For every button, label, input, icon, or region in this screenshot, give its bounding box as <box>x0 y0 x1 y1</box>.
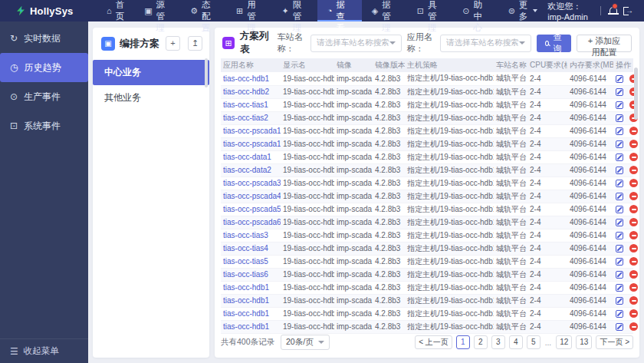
app-name-link[interactable]: tias-occ-pscada4 <box>221 190 281 203</box>
sidebar-item-realtime[interactable]: ↻实时数据 <box>0 24 88 53</box>
edit-icon[interactable] <box>616 232 623 239</box>
delete-icon[interactable] <box>629 309 638 318</box>
nav-item-help[interactable]: ⊙帮助中心 <box>452 0 498 21</box>
app-name-link[interactable]: tias-occ-hdb1 <box>221 72 281 85</box>
edit-icon[interactable] <box>616 153 623 161</box>
nav-item-label: 数据查看 <box>336 0 351 34</box>
nav-item-datamanage[interactable]: ◈数据管理 <box>362 0 407 21</box>
edit-icon[interactable] <box>616 75 623 83</box>
edit-icon[interactable] <box>616 167 623 174</box>
edit-icon[interactable] <box>616 323 623 331</box>
search-button[interactable]: 查询 <box>537 35 571 52</box>
plan-item[interactable]: 其他业务 <box>93 85 209 111</box>
edit-icon[interactable] <box>616 297 623 305</box>
app-select[interactable]: 请选择车站名称搜索 <box>440 35 531 52</box>
edit-icon[interactable] <box>616 245 623 252</box>
next-page-button[interactable]: 下一页 > <box>596 335 633 349</box>
app-name-link[interactable]: tias-occ-tias3 <box>221 229 281 242</box>
app-name-link[interactable]: tias-occ-tias2 <box>221 111 281 124</box>
page-button-13[interactable]: 13 <box>576 335 592 349</box>
table-cell: 城轨平台 <box>494 72 527 85</box>
app-name-link[interactable]: tias-occ-hdb1 <box>221 320 281 333</box>
delete-icon[interactable] <box>629 179 638 187</box>
app-name-link[interactable]: tias-occ-pscada5 <box>221 203 281 216</box>
station-select[interactable]: 请选择车站名称搜索 <box>310 35 402 52</box>
nav-item-permission[interactable]: ✦权限管理 <box>271 0 317 21</box>
delete-icon[interactable] <box>629 140 638 148</box>
notification-bell-icon[interactable] <box>609 6 615 16</box>
delete-icon[interactable] <box>629 205 638 213</box>
top-navbar: HollySys ⌂首页▣资源管理⚙组态配置⊞应用管理✦权限管理◔数据查看◈数据… <box>0 0 644 21</box>
app-name-link[interactable]: tias-occ-hdb1 <box>221 281 281 294</box>
import-plan-button[interactable]: ↥ <box>188 36 202 51</box>
app-name-link[interactable]: tias-occ-data2 <box>221 163 281 177</box>
logout-icon[interactable]: → <box>623 7 633 15</box>
delete-icon[interactable] <box>629 153 638 161</box>
app-name-link[interactable]: tias-occ-hdb2 <box>221 85 281 98</box>
app-name-link[interactable]: tias-occ-pscada1 <box>221 124 281 137</box>
nav-item-app[interactable]: ⊞应用管理 <box>226 0 271 21</box>
edit-icon[interactable] <box>616 101 623 109</box>
page-button-12[interactable]: 12 <box>556 335 572 349</box>
delete-icon[interactable] <box>629 192 638 200</box>
app-name-link[interactable]: tias-occ-tias1 <box>221 98 281 111</box>
delete-icon[interactable] <box>629 244 638 252</box>
sidebar-item-system[interactable]: ⊡系统事件 <box>0 111 88 140</box>
delete-icon[interactable] <box>629 166 638 174</box>
page-size-select[interactable]: 20条/页 <box>281 335 330 350</box>
collapse-menu-button[interactable]: ☰ 收起菜单 <box>0 338 88 363</box>
delete-icon[interactable] <box>629 322 638 331</box>
edit-icon[interactable] <box>616 206 623 213</box>
delete-icon[interactable] <box>629 218 638 226</box>
nav-item-dataview[interactable]: ◔数据查看 <box>317 0 362 21</box>
sidebar-item-production[interactable]: ⊙生产事件 <box>0 82 88 111</box>
edit-icon[interactable] <box>616 284 623 292</box>
delete-icon[interactable] <box>629 127 638 135</box>
nav-item-more[interactable]: ⊜更多 <box>498 0 548 21</box>
edit-icon[interactable] <box>616 127 623 135</box>
sidebar-item-history[interactable]: ◷历史趋势 <box>0 53 88 82</box>
delete-icon[interactable] <box>629 283 638 292</box>
app-name-link[interactable]: tias-occ-pscada6 <box>221 216 281 229</box>
app-name-link[interactable]: tias-occ-tias4 <box>221 242 281 255</box>
nav-item-resource[interactable]: ▣资源管理 <box>134 0 180 21</box>
edit-icon[interactable] <box>616 140 623 148</box>
table-cell: 4.2.8b3 <box>373 281 405 294</box>
page-button-5[interactable]: 5 <box>527 335 540 349</box>
nav-item-config[interactable]: ⚙组态配置 <box>180 0 226 21</box>
edit-icon[interactable] <box>616 180 623 187</box>
page-button-4[interactable]: 4 <box>509 335 523 349</box>
delete-icon[interactable] <box>629 231 638 239</box>
nav-item-tools[interactable]: ⊡工具管理 <box>407 0 452 21</box>
table-cell: 城轨平台 <box>494 124 527 137</box>
table-cell: 指定主机/19-tias-occ-hdb1 <box>405 229 494 242</box>
page-button-1[interactable]: 1 <box>456 335 470 349</box>
nav-item-home[interactable]: ⌂首页 <box>97 0 134 21</box>
plan-scrollbar[interactable] <box>205 58 208 87</box>
table-scrollbar[interactable] <box>634 68 638 120</box>
edit-icon[interactable] <box>616 271 623 279</box>
app-name-link[interactable]: tias-occ-pscada3 <box>221 177 281 190</box>
app-name-link[interactable]: tias-occ-data1 <box>221 150 281 163</box>
delete-icon[interactable] <box>629 257 638 266</box>
edit-icon[interactable] <box>616 88 623 96</box>
edit-icon[interactable] <box>616 114 623 122</box>
page-button-3[interactable]: 3 <box>491 335 505 349</box>
edit-icon[interactable] <box>616 310 623 318</box>
delete-icon[interactable] <box>629 296 638 305</box>
prev-page-button[interactable]: < 上一页 <box>415 335 452 349</box>
plan-item[interactable]: 中心业务 <box>93 60 209 85</box>
edit-icon[interactable] <box>616 193 623 200</box>
add-app-config-button[interactable]: + 添加应用配置 <box>577 35 632 52</box>
app-name-link[interactable]: tias-occ-hdb1 <box>221 307 281 320</box>
app-name-link[interactable]: tias-occ-hdb1 <box>221 294 281 307</box>
page-button-2[interactable]: 2 <box>474 335 488 349</box>
edit-icon[interactable] <box>616 258 623 266</box>
delete-icon[interactable] <box>629 270 638 279</box>
app-name-link[interactable]: tias-occ-pscada1 <box>221 137 281 150</box>
topnav-items: ⌂首页▣资源管理⚙组态配置⊞应用管理✦权限管理◔数据查看◈数据管理⊡工具管理⊙帮… <box>97 0 547 21</box>
app-name-link[interactable]: tias-occ-tias5 <box>221 255 281 268</box>
app-name-link[interactable]: tias-occ-tias6 <box>221 268 281 281</box>
edit-icon[interactable] <box>616 219 623 226</box>
add-plan-button[interactable]: + <box>166 36 180 51</box>
